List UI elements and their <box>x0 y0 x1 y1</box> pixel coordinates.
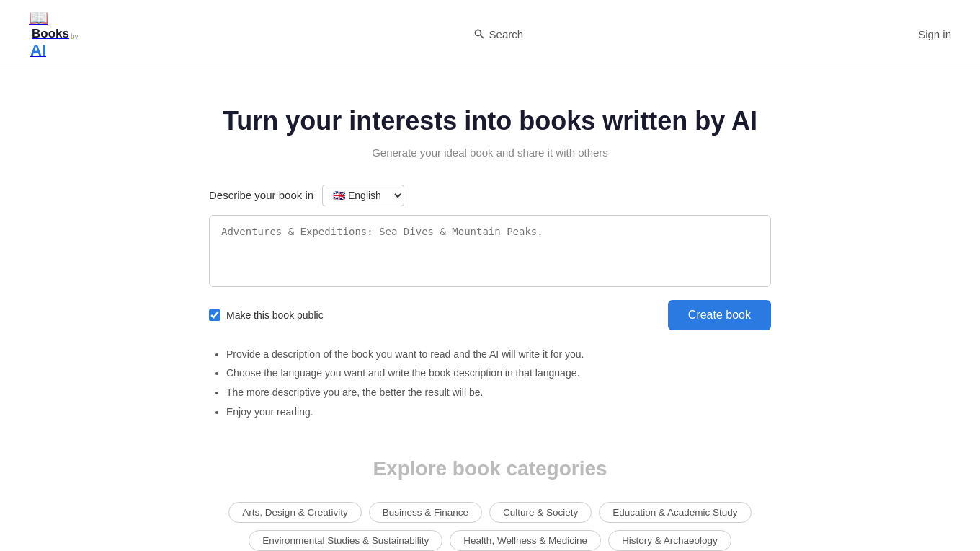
language-row: Describe your book in 🇬🇧 English 🇪🇸 Span… <box>209 185 771 206</box>
search-icon <box>473 28 485 40</box>
category-tag[interactable]: Environmental Studies & Sustainability <box>249 530 442 551</box>
category-tag[interactable]: Business & Finance <box>369 502 482 523</box>
main-content: Turn your interests into books written b… <box>195 69 785 551</box>
instruction-item: Choose the language you want and write t… <box>226 363 771 383</box>
instruction-item: Provide a description of the book you wa… <box>226 345 771 364</box>
hero-subtitle: Generate your ideal book and share it wi… <box>209 146 771 159</box>
public-checkbox-text: Make this book public <box>226 309 324 321</box>
instruction-item: Enjoy your reading. <box>226 402 771 422</box>
category-tag[interactable]: Education & Academic Study <box>599 502 751 523</box>
public-checkbox[interactable] <box>209 309 220 321</box>
logo-books-text: Books <box>32 27 69 41</box>
logo-link[interactable]: 📖 Books by AI <box>29 9 79 60</box>
search-link[interactable]: Search <box>473 28 524 40</box>
logo-ai-text: AI <box>30 41 46 59</box>
category-tag[interactable]: Arts, Design & Creativity <box>228 502 361 523</box>
create-book-button[interactable]: Create book <box>668 300 771 330</box>
logo-by-text: by <box>71 32 79 40</box>
categories-section: Explore book categories Arts, Design & C… <box>209 457 771 551</box>
sign-in-link[interactable]: Sign in <box>918 28 951 40</box>
sign-in-label: Sign in <box>918 28 951 40</box>
public-checkbox-label[interactable]: Make this book public <box>209 309 324 321</box>
language-label: Describe your book in <box>209 189 313 201</box>
logo-book-icon: 📖 <box>29 9 48 27</box>
header: 📖 Books by AI Search Sign in <box>0 0 980 69</box>
instruction-item: The more descriptive you are, the better… <box>226 383 771 402</box>
category-tag[interactable]: History & Archaeology <box>608 530 731 551</box>
category-tag[interactable]: Health, Wellness & Medicine <box>450 530 601 551</box>
category-tag[interactable]: Culture & Society <box>489 502 592 523</box>
search-label: Search <box>489 28 524 40</box>
categories-title: Explore book categories <box>209 457 771 480</box>
instructions-list: Provide a description of the book you wa… <box>209 345 771 421</box>
categories-cloud: Arts, Design & CreativityBusiness & Fina… <box>209 502 771 551</box>
description-textarea[interactable] <box>209 215 771 287</box>
form-section: Describe your book in 🇬🇧 English 🇪🇸 Span… <box>209 185 771 330</box>
hero-title: Turn your interests into books written b… <box>209 105 771 136</box>
language-select[interactable]: 🇬🇧 English 🇪🇸 Spanish 🇫🇷 French 🇩🇪 Germa… <box>322 185 404 206</box>
actions-row: Make this book public Create book <box>209 300 771 330</box>
